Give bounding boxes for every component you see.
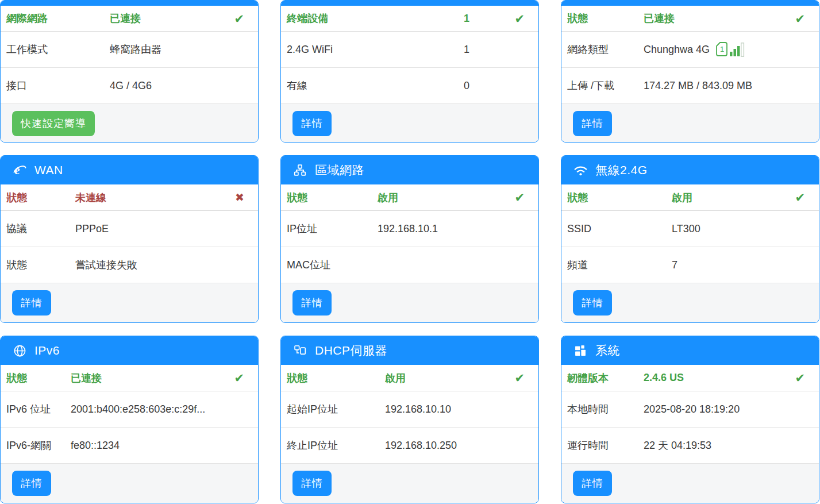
status-row: 狀態 未連線 ✖ <box>1 184 258 211</box>
details-button[interactable]: 詳情 <box>12 290 51 316</box>
table-row: IP位址192.168.10.1 <box>281 211 538 247</box>
table-row: 上傳 /下載174.27 MB / 843.09 MB <box>561 68 819 104</box>
card-title: IPv6 <box>34 344 60 357</box>
status-label: 狀態 <box>287 371 385 385</box>
row-label: 狀態 <box>6 258 75 272</box>
row-label: 工作模式 <box>6 43 110 56</box>
row-value: 2001:b400:e258:603e:c:29f... <box>71 403 244 415</box>
status-card-wan: e WAN 狀態 未連線 ✖ 協議PPPoE狀態嘗試連接失敗 詳情 <box>0 155 259 323</box>
status-value: 已連接 <box>644 11 795 25</box>
row-label: IPv6 位址 <box>6 402 71 416</box>
row-value: 4G / 4G6 <box>110 80 244 92</box>
status-label: 終端設備 <box>287 11 464 25</box>
status-row: 狀態 啟用 ✔ <box>561 184 819 211</box>
globe-icon <box>12 343 27 358</box>
row-label: 起始IP位址 <box>287 402 385 416</box>
table-row: 終止IP位址192.168.10.250 <box>281 428 538 464</box>
card-footer: 快速設定嚮導 <box>1 104 258 142</box>
status-label: 狀態 <box>6 371 71 385</box>
row-label: IPv6-網關 <box>6 438 71 452</box>
check-icon: ✔ <box>514 372 525 384</box>
row-label: MAC位址 <box>287 258 378 272</box>
details-button[interactable]: 詳情 <box>573 471 612 496</box>
card-footer: 詳情 <box>561 283 819 322</box>
status-row: 狀態 啟用 ✔ <box>281 184 538 211</box>
status-label: 韌體版本 <box>567 371 644 385</box>
row-label: SSID <box>567 223 672 235</box>
row-label: IP位址 <box>287 222 378 236</box>
card-header <box>1 1 258 6</box>
row-label: 協議 <box>6 222 75 236</box>
card-header: 系統 <box>561 336 819 365</box>
row-value: 嘗試連接失敗 <box>75 258 244 272</box>
card-footer: 詳情 <box>561 464 819 503</box>
status-card-clients: 終端設備 1 ✔ 2.4G WiFi1有線0 詳情 <box>280 0 539 143</box>
card-footer: 詳情 <box>281 283 538 322</box>
check-icon: ✔ <box>234 13 244 25</box>
row-value: 1 <box>464 44 525 56</box>
table-row: 接口4G / 4G6 <box>1 68 258 104</box>
card-title: 系統 <box>595 343 620 359</box>
table-row: 頻道7 <box>561 247 819 283</box>
svg-text:1: 1 <box>720 45 724 53</box>
row-value: LT300 <box>672 223 805 235</box>
row-label: 終止IP位址 <box>287 438 385 452</box>
row-value: 22 天 04:19:53 <box>644 438 805 452</box>
wifi-icon <box>573 163 588 178</box>
row-value: PPPoE <box>75 223 244 235</box>
status-card-dhcp-server: DHCP伺服器 狀態 啟用 ✔ 起始IP位址192.168.10.10終止IP位… <box>280 336 539 503</box>
table-row: 工作模式蜂窩路由器 <box>1 32 258 68</box>
table-row: 網絡類型Chunghwa 4G1 <box>561 32 819 68</box>
status-label: 網際網路 <box>6 11 110 25</box>
card-title: 無線2.4G <box>595 162 648 178</box>
row-value: 174.27 MB / 843.09 MB <box>644 80 805 92</box>
details-button[interactable]: 詳情 <box>292 471 332 496</box>
details-button[interactable]: 詳情 <box>12 471 51 496</box>
check-icon: ✔ <box>795 13 805 25</box>
details-button[interactable]: 詳情 <box>292 290 332 316</box>
dashboard-icon <box>573 343 588 358</box>
row-label: 上傳 /下載 <box>567 79 644 93</box>
row-label: 有線 <box>287 79 464 93</box>
card-title: DHCP伺服器 <box>315 343 387 359</box>
status-row: 網際網路 已連接 ✔ <box>1 6 258 32</box>
card-footer: 詳情 <box>281 464 538 503</box>
status-label: 狀態 <box>567 191 672 205</box>
card-footer: 詳情 <box>1 283 258 322</box>
status-card-internet: 網際網路 已連接 ✔ 工作模式蜂窩路由器接口4G / 4G6 快速設定嚮導 <box>0 0 259 143</box>
status-card-system: 系統 韌體版本 2.4.6 US ✔ 本地時間2025-08-20 18:19:… <box>561 336 819 503</box>
row-label: 網絡類型 <box>567 43 644 56</box>
quick-setup-wizard-button[interactable]: 快速設定嚮導 <box>12 111 95 136</box>
table-row: 起始IP位址192.168.10.10 <box>281 391 538 428</box>
status-value: 2.4.6 US <box>644 372 795 384</box>
status-value: 啟用 <box>672 191 795 205</box>
details-button[interactable]: 詳情 <box>573 290 612 316</box>
status-row: 狀態 已連接 ✔ <box>1 365 258 391</box>
status-dashboard: 網際網路 已連接 ✔ 工作模式蜂窩路由器接口4G / 4G6 快速設定嚮導 終端… <box>0 0 819 504</box>
card-rows: IPv6 位址2001:b400:e258:603e:c:29f...IPv6-… <box>1 391 258 464</box>
status-value: 已連接 <box>110 11 234 25</box>
status-label: 狀態 <box>287 191 378 205</box>
card-rows: 本地時間2025-08-20 18:19:20運行時間22 天 04:19:53 <box>561 391 819 464</box>
status-value: 啟用 <box>385 371 514 385</box>
details-button[interactable]: 詳情 <box>573 111 612 136</box>
cross-icon: ✖ <box>235 192 244 203</box>
card-title: WAN <box>34 163 63 177</box>
status-value: 已連接 <box>71 371 234 385</box>
status-row: 狀態 啟用 ✔ <box>281 365 538 391</box>
check-icon: ✔ <box>795 191 805 203</box>
row-value: 0 <box>464 80 525 92</box>
status-row: 狀態 已連接 ✔ <box>561 6 819 32</box>
status-card-ipv6: IPv6 狀態 已連接 ✔ IPv6 位址2001:b400:e258:603e… <box>0 336 259 503</box>
table-row: 運行時間22 天 04:19:53 <box>561 428 819 464</box>
table-row: 2.4G WiFi1 <box>281 32 538 68</box>
check-icon: ✔ <box>514 13 525 25</box>
card-rows: 起始IP位址192.168.10.10終止IP位址192.168.10.250 <box>281 391 538 464</box>
internet-explorer-icon: e <box>12 163 27 178</box>
table-row: SSIDLT300 <box>561 211 819 247</box>
row-value: 192.168.10.250 <box>385 440 525 452</box>
dhcp-icon <box>292 343 307 358</box>
table-row: 有線0 <box>281 68 538 104</box>
table-row: MAC位址 <box>281 247 538 283</box>
details-button[interactable]: 詳情 <box>292 111 332 136</box>
